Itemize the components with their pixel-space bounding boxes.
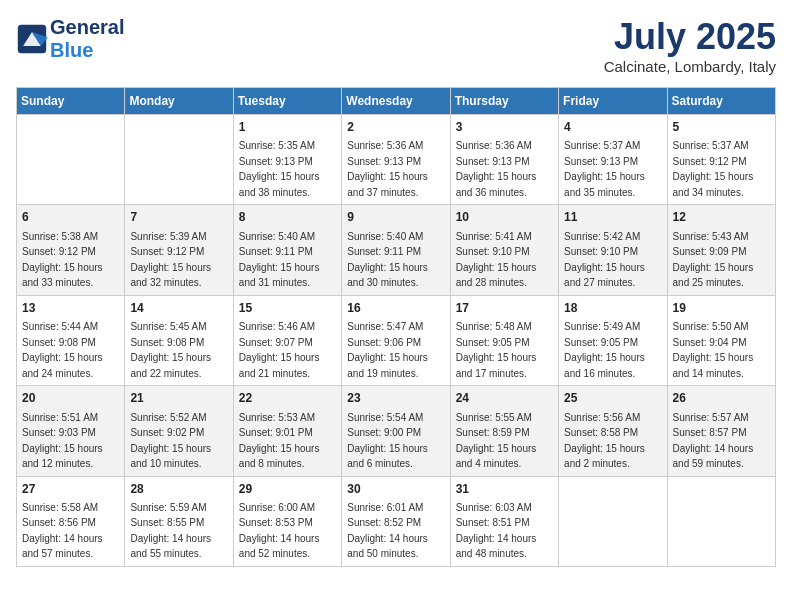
day-number: 29 — [239, 481, 336, 498]
day-number: 4 — [564, 119, 661, 136]
day-number: 19 — [673, 300, 770, 317]
day-info: Sunrise: 6:01 AM Sunset: 8:52 PM Dayligh… — [347, 502, 428, 560]
day-cell — [125, 115, 233, 205]
day-info: Sunrise: 5:37 AM Sunset: 9:13 PM Dayligh… — [564, 140, 645, 198]
day-number: 18 — [564, 300, 661, 317]
day-number: 12 — [673, 209, 770, 226]
day-cell: 2Sunrise: 5:36 AM Sunset: 9:13 PM Daylig… — [342, 115, 450, 205]
day-cell: 11Sunrise: 5:42 AM Sunset: 9:10 PM Dayli… — [559, 205, 667, 295]
day-number: 5 — [673, 119, 770, 136]
day-cell: 14Sunrise: 5:45 AM Sunset: 9:08 PM Dayli… — [125, 295, 233, 385]
day-cell: 23Sunrise: 5:54 AM Sunset: 9:00 PM Dayli… — [342, 386, 450, 476]
day-cell: 7Sunrise: 5:39 AM Sunset: 9:12 PM Daylig… — [125, 205, 233, 295]
header-tuesday: Tuesday — [233, 88, 341, 115]
day-cell: 20Sunrise: 5:51 AM Sunset: 9:03 PM Dayli… — [17, 386, 125, 476]
day-info: Sunrise: 5:55 AM Sunset: 8:59 PM Dayligh… — [456, 412, 537, 470]
day-cell: 31Sunrise: 6:03 AM Sunset: 8:51 PM Dayli… — [450, 476, 558, 566]
logo-line2: Blue — [50, 39, 124, 62]
logo-icon — [16, 23, 48, 55]
day-info: Sunrise: 5:45 AM Sunset: 9:08 PM Dayligh… — [130, 321, 211, 379]
day-cell: 29Sunrise: 6:00 AM Sunset: 8:53 PM Dayli… — [233, 476, 341, 566]
day-info: Sunrise: 6:00 AM Sunset: 8:53 PM Dayligh… — [239, 502, 320, 560]
day-cell: 13Sunrise: 5:44 AM Sunset: 9:08 PM Dayli… — [17, 295, 125, 385]
day-info: Sunrise: 5:48 AM Sunset: 9:05 PM Dayligh… — [456, 321, 537, 379]
day-cell: 6Sunrise: 5:38 AM Sunset: 9:12 PM Daylig… — [17, 205, 125, 295]
calendar-table: SundayMondayTuesdayWednesdayThursdayFrid… — [16, 87, 776, 567]
day-info: Sunrise: 5:54 AM Sunset: 9:00 PM Dayligh… — [347, 412, 428, 470]
day-info: Sunrise: 5:59 AM Sunset: 8:55 PM Dayligh… — [130, 502, 211, 560]
day-number: 1 — [239, 119, 336, 136]
day-number: 2 — [347, 119, 444, 136]
day-info: Sunrise: 5:50 AM Sunset: 9:04 PM Dayligh… — [673, 321, 754, 379]
day-number: 23 — [347, 390, 444, 407]
week-row-3: 13Sunrise: 5:44 AM Sunset: 9:08 PM Dayli… — [17, 295, 776, 385]
day-number: 10 — [456, 209, 553, 226]
day-cell: 10Sunrise: 5:41 AM Sunset: 9:10 PM Dayli… — [450, 205, 558, 295]
day-number: 8 — [239, 209, 336, 226]
day-info: Sunrise: 5:38 AM Sunset: 9:12 PM Dayligh… — [22, 231, 103, 289]
day-info: Sunrise: 5:37 AM Sunset: 9:12 PM Dayligh… — [673, 140, 754, 198]
title-block: July 2025 Calcinate, Lombardy, Italy — [604, 16, 776, 75]
logo: General Blue — [16, 16, 124, 62]
day-cell: 27Sunrise: 5:58 AM Sunset: 8:56 PM Dayli… — [17, 476, 125, 566]
header-row: SundayMondayTuesdayWednesdayThursdayFrid… — [17, 88, 776, 115]
day-number: 13 — [22, 300, 119, 317]
day-cell: 16Sunrise: 5:47 AM Sunset: 9:06 PM Dayli… — [342, 295, 450, 385]
header-saturday: Saturday — [667, 88, 775, 115]
day-info: Sunrise: 5:46 AM Sunset: 9:07 PM Dayligh… — [239, 321, 320, 379]
day-number: 15 — [239, 300, 336, 317]
day-number: 26 — [673, 390, 770, 407]
day-number: 16 — [347, 300, 444, 317]
day-cell: 5Sunrise: 5:37 AM Sunset: 9:12 PM Daylig… — [667, 115, 775, 205]
day-cell: 1Sunrise: 5:35 AM Sunset: 9:13 PM Daylig… — [233, 115, 341, 205]
day-info: Sunrise: 5:57 AM Sunset: 8:57 PM Dayligh… — [673, 412, 754, 470]
header-thursday: Thursday — [450, 88, 558, 115]
week-row-1: 1Sunrise: 5:35 AM Sunset: 9:13 PM Daylig… — [17, 115, 776, 205]
week-row-2: 6Sunrise: 5:38 AM Sunset: 9:12 PM Daylig… — [17, 205, 776, 295]
header-wednesday: Wednesday — [342, 88, 450, 115]
week-row-4: 20Sunrise: 5:51 AM Sunset: 9:03 PM Dayli… — [17, 386, 776, 476]
header-sunday: Sunday — [17, 88, 125, 115]
day-cell — [17, 115, 125, 205]
day-info: Sunrise: 5:49 AM Sunset: 9:05 PM Dayligh… — [564, 321, 645, 379]
day-number: 20 — [22, 390, 119, 407]
day-info: Sunrise: 5:35 AM Sunset: 9:13 PM Dayligh… — [239, 140, 320, 198]
day-info: Sunrise: 5:36 AM Sunset: 9:13 PM Dayligh… — [347, 140, 428, 198]
day-cell: 3Sunrise: 5:36 AM Sunset: 9:13 PM Daylig… — [450, 115, 558, 205]
day-cell: 28Sunrise: 5:59 AM Sunset: 8:55 PM Dayli… — [125, 476, 233, 566]
day-cell: 21Sunrise: 5:52 AM Sunset: 9:02 PM Dayli… — [125, 386, 233, 476]
day-cell: 22Sunrise: 5:53 AM Sunset: 9:01 PM Dayli… — [233, 386, 341, 476]
day-number: 6 — [22, 209, 119, 226]
day-cell: 9Sunrise: 5:40 AM Sunset: 9:11 PM Daylig… — [342, 205, 450, 295]
day-cell — [667, 476, 775, 566]
day-number: 25 — [564, 390, 661, 407]
day-info: Sunrise: 5:53 AM Sunset: 9:01 PM Dayligh… — [239, 412, 320, 470]
week-row-5: 27Sunrise: 5:58 AM Sunset: 8:56 PM Dayli… — [17, 476, 776, 566]
day-cell: 15Sunrise: 5:46 AM Sunset: 9:07 PM Dayli… — [233, 295, 341, 385]
day-number: 27 — [22, 481, 119, 498]
day-number: 7 — [130, 209, 227, 226]
day-cell: 24Sunrise: 5:55 AM Sunset: 8:59 PM Dayli… — [450, 386, 558, 476]
day-cell: 26Sunrise: 5:57 AM Sunset: 8:57 PM Dayli… — [667, 386, 775, 476]
day-info: Sunrise: 5:52 AM Sunset: 9:02 PM Dayligh… — [130, 412, 211, 470]
day-info: Sunrise: 5:40 AM Sunset: 9:11 PM Dayligh… — [347, 231, 428, 289]
day-info: Sunrise: 5:39 AM Sunset: 9:12 PM Dayligh… — [130, 231, 211, 289]
day-cell: 8Sunrise: 5:40 AM Sunset: 9:11 PM Daylig… — [233, 205, 341, 295]
day-number: 30 — [347, 481, 444, 498]
day-info: Sunrise: 6:03 AM Sunset: 8:51 PM Dayligh… — [456, 502, 537, 560]
day-number: 31 — [456, 481, 553, 498]
logo-line1: General — [50, 16, 124, 39]
day-number: 22 — [239, 390, 336, 407]
day-info: Sunrise: 5:47 AM Sunset: 9:06 PM Dayligh… — [347, 321, 428, 379]
day-cell — [559, 476, 667, 566]
day-info: Sunrise: 5:43 AM Sunset: 9:09 PM Dayligh… — [673, 231, 754, 289]
day-info: Sunrise: 5:36 AM Sunset: 9:13 PM Dayligh… — [456, 140, 537, 198]
day-number: 14 — [130, 300, 227, 317]
day-number: 21 — [130, 390, 227, 407]
day-number: 17 — [456, 300, 553, 317]
day-cell: 25Sunrise: 5:56 AM Sunset: 8:58 PM Dayli… — [559, 386, 667, 476]
header-monday: Monday — [125, 88, 233, 115]
header-friday: Friday — [559, 88, 667, 115]
day-cell: 18Sunrise: 5:49 AM Sunset: 9:05 PM Dayli… — [559, 295, 667, 385]
day-number: 11 — [564, 209, 661, 226]
